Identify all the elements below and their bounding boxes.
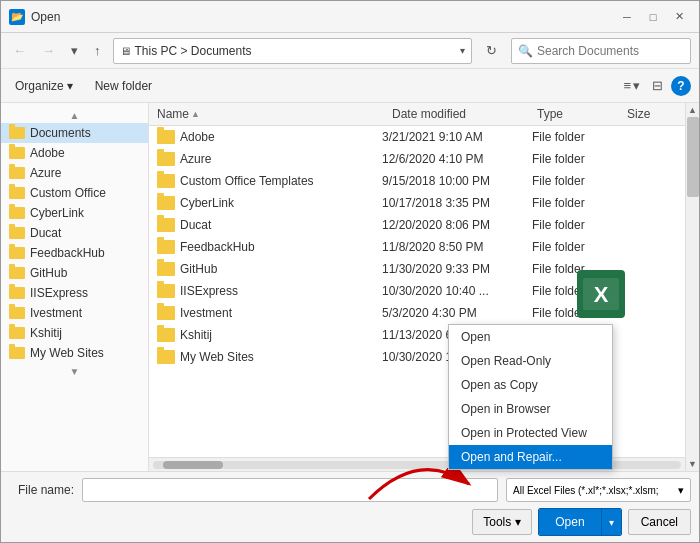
sidebar-item-label: Kshitij (30, 326, 62, 340)
bottom-area: File name: All Excel Files (*.xl*;*.xlsx… (1, 471, 699, 542)
forward-button[interactable]: → (38, 41, 59, 60)
folder-icon (157, 284, 175, 298)
refresh-button[interactable]: ↻ (480, 41, 503, 60)
sidebar-item-adobe[interactable]: Adobe (1, 143, 148, 163)
sidebar-item-cyberlink[interactable]: CyberLink (1, 203, 148, 223)
sidebar-item-mywebsites[interactable]: My Web Sites (1, 343, 148, 363)
open-dropdown-button[interactable]: ▾ (601, 509, 621, 535)
address-toolbar: ← → ▾ ↑ 🖥 This PC > Documents ▾ ↻ 🔍 (1, 33, 699, 69)
scroll-down-button[interactable]: ▼ (686, 457, 700, 471)
sidebar-item-label: Azure (30, 166, 61, 180)
sidebar-item-iisexpress[interactable]: IISExpress (1, 283, 148, 303)
sidebar-item-azure[interactable]: Azure (1, 163, 148, 183)
menu-item-open-readonly[interactable]: Open Read-Only (449, 349, 612, 373)
file-type: File folder (532, 174, 622, 188)
file-name: Ivestment (180, 306, 377, 320)
folder-icon-small (9, 147, 25, 159)
excel-icon: X (577, 270, 625, 318)
folder-icon-small (9, 267, 25, 279)
open-button[interactable]: Open (539, 509, 600, 535)
col-name-header[interactable]: Name ▲ (157, 107, 392, 121)
table-row[interactable]: Adobe 3/21/2021 9:10 AM File folder (149, 126, 685, 148)
sidebar-item-feedbackhub[interactable]: FeedbackHub (1, 243, 148, 263)
v-scroll-thumb[interactable] (687, 117, 699, 197)
folder-icon-small (9, 327, 25, 339)
sidebar-item-documents[interactable]: Documents (1, 123, 148, 143)
table-row[interactable]: Ducat 12/20/2020 8:06 PM File folder (149, 214, 685, 236)
col-type-header[interactable]: Type (537, 107, 627, 121)
sidebar-item-github[interactable]: GitHub (1, 263, 148, 283)
file-name: Custom Office Templates (180, 174, 377, 188)
folder-icon (157, 218, 175, 232)
file-type: File folder (532, 218, 622, 232)
col-date-header[interactable]: Date modified (392, 107, 537, 121)
folder-icon-small (9, 247, 25, 259)
file-date: 9/15/2018 10:00 PM (382, 174, 527, 188)
file-name: CyberLink (180, 196, 377, 210)
search-input[interactable] (537, 44, 687, 58)
up-button[interactable]: ↑ (90, 41, 105, 60)
open-button-group: Open ▾ (538, 508, 621, 536)
sidebar-item-kshitij[interactable]: Kshitij (1, 323, 148, 343)
maximize-button[interactable]: □ (641, 7, 665, 27)
sidebar-item-custom-office[interactable]: Custom Office (1, 183, 148, 203)
open-dropdown-menu: Open Open Read-Only Open as Copy Open in… (448, 324, 613, 470)
col-size-header[interactable]: Size (627, 107, 677, 121)
title-bar-controls: ─ □ ✕ (615, 7, 691, 27)
close-button[interactable]: ✕ (667, 7, 691, 27)
search-bar[interactable]: 🔍 (511, 38, 691, 64)
folder-icon (157, 328, 175, 342)
h-scroll-thumb[interactable] (163, 461, 223, 469)
sidebar-scroll-down[interactable]: ▼ (1, 363, 148, 379)
menu-item-open-copy[interactable]: Open as Copy (449, 373, 612, 397)
table-row[interactable]: CyberLink 10/17/2018 3:35 PM File folder (149, 192, 685, 214)
view-options-button[interactable]: ≡ ▾ (619, 76, 644, 95)
preview-button[interactable]: ⊟ (648, 76, 667, 95)
folder-icon (157, 130, 175, 144)
menu-item-open[interactable]: Open (449, 325, 612, 349)
cancel-button[interactable]: Cancel (628, 509, 691, 535)
back-button[interactable]: ← (9, 41, 30, 60)
table-row[interactable]: Custom Office Templates 9/15/2018 10:00 … (149, 170, 685, 192)
menu-item-open-browser[interactable]: Open in Browser (449, 397, 612, 421)
file-type: File folder (532, 152, 622, 166)
open-dialog: 📂 Open ─ □ ✕ ← → ▾ ↑ 🖥 This PC > Documen… (0, 0, 700, 543)
file-name: IISExpress (180, 284, 377, 298)
file-type: File folder (532, 196, 622, 210)
tools-button[interactable]: Tools ▾ (472, 509, 532, 535)
file-date: 10/17/2018 3:35 PM (382, 196, 527, 210)
menu-item-open-protected[interactable]: Open in Protected View (449, 421, 612, 445)
vertical-scrollbar: ▲ ▼ (685, 103, 699, 471)
dropdown-arrow-icon: ▾ (678, 484, 684, 497)
help-button[interactable]: ? (671, 76, 691, 96)
scroll-up-button[interactable]: ▲ (686, 103, 700, 117)
sidebar-item-label: Documents (30, 126, 91, 140)
table-row[interactable]: FeedbackHub 11/8/2020 8:50 PM File folde… (149, 236, 685, 258)
address-bar[interactable]: 🖥 This PC > Documents ▾ (113, 38, 473, 64)
folder-icon (157, 306, 175, 320)
sidebar-item-label: GitHub (30, 266, 67, 280)
sidebar-item-ducat[interactable]: Ducat (1, 223, 148, 243)
new-folder-button[interactable]: New folder (89, 77, 158, 95)
sidebar-scroll-up[interactable]: ▲ (1, 107, 148, 123)
table-row[interactable]: Azure 12/6/2020 4:10 PM File folder (149, 148, 685, 170)
dropdown-button[interactable]: ▾ (67, 41, 82, 60)
minimize-button[interactable]: ─ (615, 7, 639, 27)
tools-dropdown-arrow: ▾ (515, 515, 521, 529)
file-name-input[interactable] (82, 478, 498, 502)
table-row[interactable]: IISExpress 10/30/2020 10:40 ... File fol… (149, 280, 685, 302)
menu-item-open-repair[interactable]: Open and Repair... (449, 445, 612, 469)
buttons-row: Tools ▾ Open ▾ Cancel (9, 508, 691, 536)
file-name: FeedbackHub (180, 240, 377, 254)
file-type-dropdown[interactable]: All Excel Files (*.xl*;*.xlsx;*.xlsm; ▾ (506, 478, 691, 502)
folder-icon (157, 196, 175, 210)
file-name-label: File name: (9, 483, 74, 497)
file-name: Azure (180, 152, 377, 166)
file-list-header: Name ▲ Date modified Type Size (149, 103, 685, 126)
v-scroll-track (686, 117, 700, 457)
folder-icon-small (9, 187, 25, 199)
folder-icon (157, 240, 175, 254)
sidebar-item-ivestment[interactable]: Ivestment (1, 303, 148, 323)
organize-button[interactable]: Organize ▾ (9, 77, 79, 95)
file-type: File folder (532, 130, 622, 144)
